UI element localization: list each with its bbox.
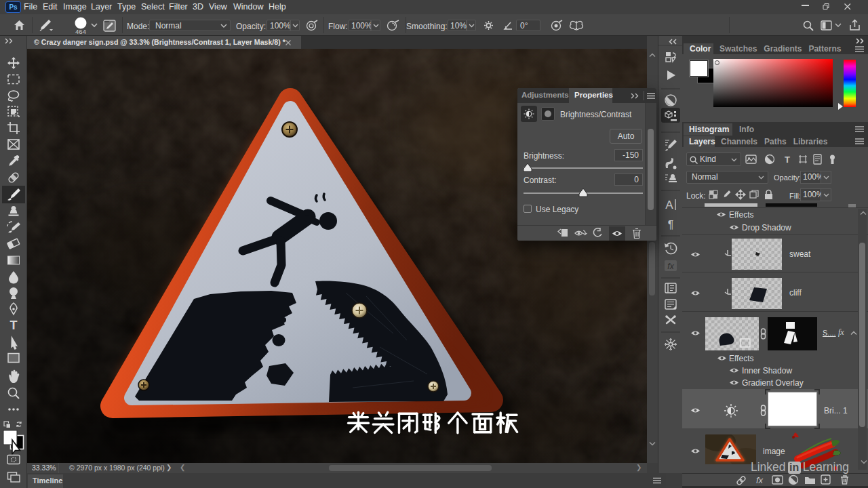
svg-text:A: A [665,199,673,211]
svg-text:T: T [10,319,18,332]
svg-text:T: T [785,155,790,165]
svg-text:464: 464 [75,28,86,35]
svg-text:fx: fx [667,262,674,271]
svg-text:¶: ¶ [668,219,674,230]
